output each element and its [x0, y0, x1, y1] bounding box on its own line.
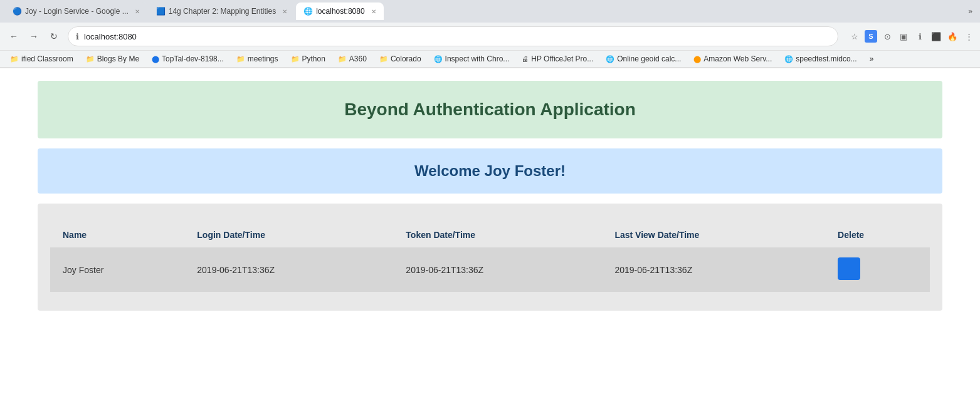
ext-info-icon[interactable]: ℹ [914, 30, 926, 43]
ext-s-icon[interactable]: S [865, 30, 877, 43]
bookmark-geoid-label: Online geoid calc... [617, 54, 681, 63]
browser-chrome: 🔵 Joy - Login Service - Google ... ✕ 🟦 1… [0, 0, 980, 68]
welcome-message: Welcome Joy Foster! [50, 162, 930, 180]
welcome-banner: Welcome Joy Foster! [38, 148, 942, 194]
bookmark-aws-icon: ⬤ [693, 55, 701, 63]
bookmark-speedtest-icon: 🌐 [784, 55, 793, 63]
tab-3-close[interactable]: ✕ [371, 8, 376, 15]
ext-box-icon[interactable]: ▣ [897, 30, 910, 43]
back-button[interactable]: ← [5, 28, 23, 45]
bookmark-inspect-label: Inspect with Chro... [445, 54, 510, 63]
bookmark-classroom-label: ified Classroom [21, 54, 73, 63]
col-name: Name [50, 222, 184, 247]
cell-login-datetime: 2019-06-21T13:36Z [184, 247, 393, 292]
bookmark-python-label: Python [302, 54, 325, 63]
app-header: Beyond Authentication Application [38, 81, 942, 138]
bookmark-inspect[interactable]: 🌐 Inspect with Chro... [429, 53, 515, 65]
table-container: Name Login Date/Time Token Date/Time Las… [38, 204, 942, 311]
ext-green-icon[interactable]: ⬛ [930, 30, 942, 43]
bookmark-speedtest[interactable]: 🌐 speedtest.midco... [779, 53, 861, 65]
col-delete: Delete [825, 222, 930, 247]
bookmark-blogs[interactable]: 📁 Blogs By Me [81, 53, 144, 65]
bookmark-aws[interactable]: ⬤ Amazon Web Serv... [688, 53, 777, 65]
col-login-datetime: Login Date/Time [184, 222, 393, 247]
bookmark-toptal[interactable]: ⬤ TopTal-dev-8198... [147, 53, 229, 65]
tab-bar: 🔵 Joy - Login Service - Google ... ✕ 🟦 1… [0, 0, 980, 23]
bookmark-speedtest-label: speedtest.midco... [796, 54, 856, 63]
star-icon[interactable]: ☆ [848, 30, 861, 43]
page-content: Beyond Authentication Application Welcom… [0, 68, 980, 323]
ext-circle-icon[interactable]: ⊙ [881, 30, 893, 43]
bookmark-python[interactable]: 📁 Python [286, 53, 330, 65]
bookmark-meetings-icon: 📁 [236, 55, 245, 63]
tab-2[interactable]: 🟦 14g Chapter 2: Mapping Entities ✕ [149, 3, 295, 20]
bookmark-a360[interactable]: 📁 A360 [333, 53, 372, 65]
ext-fire-icon[interactable]: 🔥 [946, 30, 959, 43]
reload-button[interactable]: ↻ [45, 28, 63, 45]
cell-token-datetime: 2019-06-21T13:36Z [393, 247, 602, 292]
forward-button[interactable]: → [25, 28, 43, 45]
table-row: Joy Foster 2019-06-21T13:36Z 2019-06-21T… [50, 247, 930, 292]
info-icon: ℹ [76, 32, 79, 41]
bookmark-python-icon: 📁 [291, 55, 300, 63]
bookmark-a360-icon: 📁 [338, 55, 347, 63]
bookmark-hp-icon: 🖨 [522, 55, 529, 63]
more-tabs-button[interactable]: » [966, 7, 975, 16]
table-header-row: Name Login Date/Time Token Date/Time Las… [50, 222, 930, 247]
tab-1-favicon: 🔵 [13, 7, 21, 16]
bookmark-classroom-icon: 📁 [10, 55, 19, 63]
cell-delete [825, 247, 930, 292]
col-token-datetime: Token Date/Time [393, 222, 602, 247]
bookmark-meetings[interactable]: 📁 meetings [231, 53, 283, 65]
tab-3-active[interactable]: 🌐 localhost:8080 ✕ [296, 3, 383, 20]
tab-1-close[interactable]: ✕ [135, 8, 140, 15]
bookmark-inspect-icon: 🌐 [434, 55, 443, 63]
bookmark-blogs-label: Blogs By Me [97, 54, 139, 63]
extensions-area: ☆ S ⊙ ▣ ℹ ⬛ 🔥 ⋮ [848, 30, 975, 43]
bookmark-blogs-icon: 📁 [86, 55, 95, 63]
bookmark-more[interactable]: » [865, 53, 879, 65]
bookmark-hp-label: HP OfficeJet Pro... [531, 54, 593, 63]
app-title: Beyond Authentication Application [50, 100, 930, 120]
col-last-view-datetime: Last View Date/Time [602, 222, 825, 247]
more-options-icon[interactable]: ⋮ [962, 30, 975, 43]
bookmark-geoid[interactable]: 🌐 Online geoid calc... [601, 53, 686, 65]
nav-buttons: ← → ↻ [5, 28, 63, 45]
address-field[interactable]: ℹ localhost:8080 [68, 26, 838, 46]
address-text: localhost:8080 [84, 32, 137, 41]
tab-2-label: 14g Chapter 2: Mapping Entities [169, 7, 276, 16]
bookmark-geoid-icon: 🌐 [606, 55, 614, 63]
delete-button[interactable] [838, 257, 860, 280]
tab-1[interactable]: 🔵 Joy - Login Service - Google ... ✕ [5, 3, 147, 20]
bookmark-meetings-label: meetings [248, 54, 278, 63]
bookmarks-bar: 📁 ified Classroom 📁 Blogs By Me ⬤ TopTal… [0, 50, 980, 68]
cell-last-view-datetime: 2019-06-21T13:36Z [602, 247, 825, 292]
tab-3-favicon: 🌐 [303, 7, 312, 16]
tab-3-label: localhost:8080 [316, 7, 364, 16]
tab-2-favicon: 🟦 [156, 7, 165, 16]
bookmark-aws-label: Amazon Web Serv... [703, 54, 772, 63]
bookmark-hp[interactable]: 🖨 HP OfficeJet Pro... [517, 53, 598, 65]
bookmark-colorado[interactable]: 📁 Colorado [374, 53, 426, 65]
bookmark-more-label: » [870, 54, 874, 63]
tab-2-close[interactable]: ✕ [282, 8, 287, 15]
sessions-table: Name Login Date/Time Token Date/Time Las… [50, 222, 930, 292]
cell-name: Joy Foster [50, 247, 184, 292]
tab-1-label: Joy - Login Service - Google ... [25, 7, 129, 16]
bookmark-toptal-label: TopTal-dev-8198... [162, 54, 224, 63]
bookmark-a360-label: A360 [349, 54, 367, 63]
bookmark-classroom[interactable]: 📁 ified Classroom [5, 53, 78, 65]
address-bar-row: ← → ↻ ℹ localhost:8080 ☆ S ⊙ ▣ ℹ ⬛ 🔥 ⋮ [0, 23, 980, 50]
bookmark-toptal-icon: ⬤ [152, 55, 159, 63]
bookmark-colorado-label: Colorado [391, 54, 421, 63]
bookmark-colorado-icon: 📁 [379, 55, 388, 63]
